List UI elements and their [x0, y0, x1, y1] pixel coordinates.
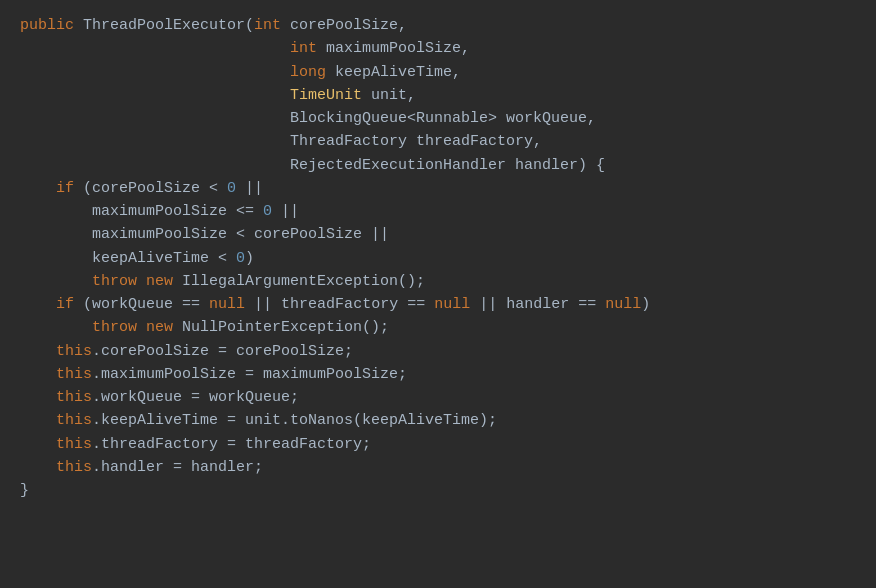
code-line-16: this.maximumPoolSize = maximumPoolSize; — [20, 363, 856, 386]
code-line-6: ThreadFactory threadFactory, — [20, 130, 856, 153]
code-line-11: keepAliveTime < 0) — [20, 247, 856, 270]
code-line-9: maximumPoolSize <= 0 || — [20, 200, 856, 223]
code-line-20: this.handler = handler; — [20, 456, 856, 479]
code-line-3: long keepAliveTime, — [20, 61, 856, 84]
code-line-2: int maximumPoolSize, — [20, 37, 856, 60]
code-line-12: throw new IllegalArgumentException(); — [20, 270, 856, 293]
code-line-19: this.threadFactory = threadFactory; — [20, 433, 856, 456]
code-line-13: if (workQueue == null || threadFactory =… — [20, 293, 856, 316]
code-line-4: TimeUnit unit, — [20, 84, 856, 107]
code-line-7: RejectedExecutionHandler handler) { — [20, 154, 856, 177]
code-line-15: this.corePoolSize = corePoolSize; — [20, 340, 856, 363]
code-line-1: public ThreadPoolExecutor(int corePoolSi… — [20, 14, 856, 37]
code-editor: public ThreadPoolExecutor(int corePoolSi… — [0, 0, 876, 588]
code-line-14: throw new NullPointerException(); — [20, 316, 856, 339]
code-line-8: if (corePoolSize < 0 || — [20, 177, 856, 200]
code-line-10: maximumPoolSize < corePoolSize || — [20, 223, 856, 246]
code-line-18: this.keepAliveTime = unit.toNanos(keepAl… — [20, 409, 856, 432]
code-line-17: this.workQueue = workQueue; — [20, 386, 856, 409]
code-line-5: BlockingQueue<Runnable> workQueue, — [20, 107, 856, 130]
code-line-21: } — [20, 479, 856, 502]
